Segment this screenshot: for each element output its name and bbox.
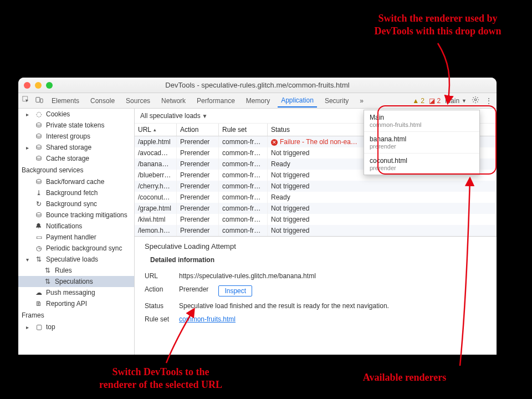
sidebar-item-cookies[interactable]: ▸◌Cookies [18, 109, 134, 120]
cell-action: Prerender [177, 203, 219, 214]
titlebar: DevTools - speculative-rules.glitch.me/c… [18, 78, 497, 93]
cell-ruleset: common-fr… [219, 225, 268, 236]
cell-status: Ready [268, 192, 497, 203]
cell-ruleset: common-fr… [219, 203, 268, 214]
sidebar-item-reporting-api[interactable]: 🗎Reporting API [18, 298, 134, 309]
detail-ruleset-link[interactable]: common-fruits.html [179, 315, 236, 323]
chevron-down-icon: ▼ [462, 98, 467, 104]
cell-action: Prerender [177, 225, 219, 236]
cell-status: Not triggered [268, 181, 497, 192]
cell-action: Prerender [177, 214, 219, 225]
column-ruleset[interactable]: Rule set [219, 124, 268, 136]
sidebar-item-background-sync[interactable]: ↻Background sync [18, 198, 134, 209]
renderer-item-banana[interactable]: banana.html prerender [364, 132, 479, 154]
errors-badge[interactable]: ◪ 2 [429, 97, 441, 105]
sidebar-item-bf-cache[interactable]: ⛁Back/forward cache [18, 176, 134, 187]
annotation-bottom-left: Switch DevTools to the renderer of the s… [89, 366, 233, 391]
table-row[interactable]: /coconut…Prerendercommon-fr…Ready [135, 192, 497, 203]
sidebar-item-speculative-loads[interactable]: ▾⇅Speculative loads [18, 254, 134, 265]
sidebar-item-interest-groups[interactable]: ⛁Interest groups [18, 131, 134, 142]
sync-icon: ↻ [35, 200, 43, 208]
detail-status-label: Status [145, 302, 173, 310]
clock-icon: ◷ [35, 244, 43, 252]
tab-security[interactable]: Security [321, 95, 352, 107]
close-icon[interactable] [24, 82, 30, 89]
error-icon: ✕ [271, 139, 278, 146]
table-row[interactable]: /cherry.h…Prerendercommon-fr…Not trigger… [135, 181, 497, 192]
cookie-icon: ◌ [35, 110, 43, 118]
cell-ruleset: common-fr… [219, 192, 268, 203]
application-sidebar: ▸◌Cookies ⛁Private state tokens ⛁Interes… [18, 109, 135, 355]
swap-icon: ⇅ [44, 278, 52, 285]
renderer-item-main[interactable]: Main common-fruits.html [364, 110, 479, 132]
sidebar-item-bounce-tracking[interactable]: ⛁Bounce tracking mitigations [18, 209, 134, 221]
table-row[interactable]: /kiwi.htmlPrerendercommon-fr…Not trigger… [135, 214, 497, 225]
renderer-dropdown[interactable]: Main ▼ [445, 97, 467, 105]
sidebar-group-frames: Frames [18, 309, 134, 321]
kebab-menu-icon[interactable]: ⋮ [484, 97, 493, 105]
download-icon: ⤓ [35, 189, 43, 197]
renderer-popup: Main common-fruits.html banana.html prer… [364, 110, 480, 175]
sidebar-item-push-messaging[interactable]: ☁Push messaging [18, 287, 134, 298]
cell-action: Prerender [177, 181, 219, 192]
detail-heading: Speculative Loading Attempt [145, 242, 487, 250]
sidebar-item-frame-top[interactable]: ▸▢top [18, 321, 134, 332]
cell-action: Prerender [177, 158, 219, 170]
database-icon: ⛁ [35, 144, 43, 151]
detail-url-label: URL [145, 272, 173, 280]
warnings-badge[interactable]: ▲ 2 [412, 97, 424, 105]
tab-performance[interactable]: Performance [193, 95, 238, 107]
sidebar-group-bg-services: Background services [18, 164, 134, 176]
table-row[interactable]: /grape.htmlPrerendercommon-fr…Not trigge… [135, 203, 497, 214]
annotation-bottom-right: Available renderers [344, 371, 466, 384]
device-toolbar-icon[interactable] [35, 96, 44, 105]
more-tabs-icon[interactable]: » [356, 95, 367, 107]
traffic-lights [24, 82, 53, 89]
column-action[interactable]: Action [177, 124, 219, 136]
cell-status: Not triggered [268, 214, 497, 225]
inspect-element-icon[interactable] [22, 96, 30, 105]
cell-url: /avocad… [135, 147, 177, 158]
column-url[interactable]: URL▴ [135, 124, 177, 136]
minimize-icon[interactable] [35, 82, 42, 89]
tab-console[interactable]: Console [87, 95, 118, 107]
tab-elements[interactable]: Elements [48, 95, 83, 107]
cell-ruleset: common-fr… [219, 147, 268, 158]
cell-action: Prerender [177, 192, 219, 203]
gear-icon[interactable] [471, 96, 480, 105]
sidebar-item-speculations[interactable]: ⇅Speculations [18, 276, 134, 287]
window-title: DevTools - speculative-rules.glitch.me/c… [18, 81, 497, 89]
cell-ruleset: common-fr… [219, 214, 268, 225]
sidebar-item-payment-handler[interactable]: ▭Payment handler [18, 232, 134, 243]
cell-action: Prerender [177, 147, 219, 158]
frame-icon: ▢ [35, 323, 43, 331]
svg-point-3 [474, 99, 477, 101]
sidebar-item-shared-storage[interactable]: ▸⛁Shared storage [18, 142, 134, 153]
inspect-button[interactable]: Inspect [218, 285, 252, 296]
filter-label: All speculative loads [140, 112, 207, 120]
database-icon: ⛁ [35, 132, 43, 140]
detail-url-value: https://speculative-rules.glitch.me/bana… [179, 272, 316, 280]
sidebar-item-periodic-sync[interactable]: ◷Periodic background sync [18, 243, 134, 254]
sidebar-item-private-state-tokens[interactable]: ⛁Private state tokens [18, 120, 134, 131]
tab-sources[interactable]: Sources [122, 95, 154, 107]
maximize-icon[interactable] [46, 82, 53, 89]
sidebar-item-background-fetch[interactable]: ⤓Background fetch [18, 187, 134, 198]
cell-url: /apple.html [135, 136, 177, 147]
svg-rect-1 [36, 98, 40, 103]
table-row[interactable]: /lemon.h…Prerendercommon-fr…Not triggere… [135, 225, 497, 236]
cell-url: /lemon.h… [135, 225, 177, 236]
sidebar-item-rules[interactable]: ⇅Rules [18, 265, 134, 276]
tab-network[interactable]: Network [158, 95, 189, 107]
sidebar-item-cache-storage[interactable]: ⛁Cache storage [18, 153, 134, 164]
detail-ruleset-label: Rule set [145, 315, 173, 323]
renderer-item-coconut[interactable]: coconut.html prerender [364, 154, 479, 175]
tab-application[interactable]: Application [278, 94, 317, 108]
devtools-toolbar: Elements Console Sources Network Perform… [18, 93, 497, 109]
swap-icon: ⇅ [44, 267, 52, 274]
sidebar-item-notifications[interactable]: 🔔︎Notifications [18, 221, 134, 232]
database-icon: ⛁ [35, 155, 43, 162]
tab-memory[interactable]: Memory [243, 95, 273, 107]
card-icon: ▭ [35, 233, 43, 241]
speculation-detail: Speculative Loading Attempt Detailed inf… [135, 236, 497, 329]
